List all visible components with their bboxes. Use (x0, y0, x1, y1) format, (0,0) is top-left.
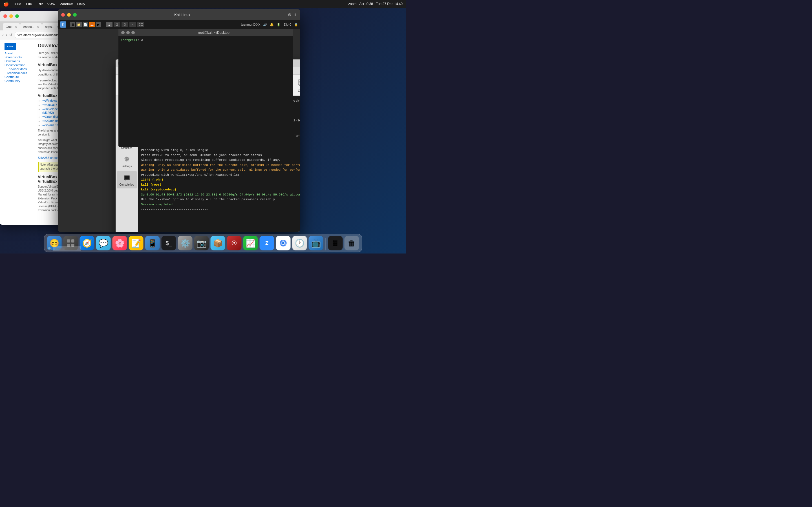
close-button[interactable] (3, 14, 7, 18)
volume-icon[interactable]: 🔊 (263, 23, 267, 26)
search-icon: 🔍 (48, 247, 52, 251)
screens-icon: 📺 (311, 238, 321, 248)
svg-point-53 (282, 242, 285, 244)
dock-parallels[interactable]: ⦿ (227, 236, 242, 250)
kali-menu-icon[interactable]: K (60, 21, 66, 27)
zoom-icon: Z (265, 240, 268, 246)
workspace-screen-icon[interactable] (137, 22, 144, 27)
genmon-label: (genmon)XXX (241, 23, 260, 26)
term-control-3[interactable] (132, 31, 135, 34)
firefox-icon[interactable]: 🦊 (89, 22, 95, 27)
notification-icon[interactable]: 🔔 (270, 23, 274, 26)
dock-ios-backup[interactable]: 📱 (145, 236, 160, 250)
sidebar-nav-community[interactable]: Community (4, 79, 36, 82)
terminal-controls (121, 31, 135, 34)
kali-close-button[interactable] (61, 13, 65, 17)
kali-minimize-button[interactable] (67, 13, 71, 17)
kali-maximize-button[interactable] (73, 13, 77, 17)
menu-edit[interactable]: Edit (36, 2, 43, 6)
dock-clock[interactable]: 🕐 (292, 236, 307, 250)
workspace-2[interactable]: 2 (114, 22, 120, 27)
copy-icon (296, 78, 300, 88)
tab-grok[interactable]: Grok ✕ (3, 23, 20, 31)
tab-close-aspect[interactable]: ✕ (37, 25, 39, 29)
sidebar-nav-downloads[interactable]: Downloads (4, 59, 36, 63)
sidebar-nav-contribute[interactable]: Contribute (4, 75, 36, 78)
console-line-13: Warning: Only 68 candidates buffered for… (141, 163, 300, 168)
terminal-icon[interactable]: ▶ (96, 22, 101, 27)
term-control-1[interactable] (121, 31, 124, 34)
console-line-17: kali (root) (141, 182, 300, 187)
sidebar-console-log[interactable]: Console log (117, 171, 137, 188)
dock-migrate[interactable]: 📦 (211, 236, 225, 250)
dock-trash[interactable]: 🗑 (345, 236, 359, 250)
tab-aspect[interactable]: Aspec... ✕ (20, 23, 42, 31)
svg-rect-46 (124, 176, 129, 179)
menubar-items: UTM File Edit View Window Help (13, 2, 85, 6)
dock-photos[interactable]: 🌸 (112, 236, 127, 250)
pause-icon[interactable]: ⏸ (294, 13, 297, 17)
workspace-4[interactable]: 4 (130, 22, 136, 27)
zoom-label: zoom (348, 2, 356, 6)
sidebar-nav-enduser[interactable]: End-user docs (4, 67, 36, 71)
svg-rect-30 (299, 82, 300, 82)
parallels-icon: ⦿ (232, 240, 237, 246)
sidebar-settings[interactable]: Settings (117, 153, 137, 170)
console-line-20: Use the "--show" option to display all o… (141, 197, 300, 202)
console-line-11: Press Ctrl-C to abort, or send SIGUSR1 t… (141, 153, 300, 158)
dock-safari[interactable]: 🧭 (80, 236, 94, 250)
dock-terminal[interactable]: $_ (161, 236, 176, 250)
workspace-1[interactable]: 1 (106, 22, 112, 27)
menu-help[interactable]: Help (77, 2, 85, 6)
messages-icon: 💬 (98, 238, 108, 248)
chrome-icon (280, 239, 287, 247)
menu-utm[interactable]: UTM (13, 2, 21, 6)
battery-icon: 🔋 (276, 23, 281, 26)
kali-tb-right: (genmon)XXX 🔊 🔔 🔋 23:40 🔒 (241, 23, 298, 26)
sidebar-nav-docs[interactable]: Documentation (4, 63, 36, 67)
workspace-3[interactable]: 3 (121, 22, 128, 27)
dock-chrome[interactable] (276, 236, 291, 250)
app-icons-bar: 🖥 📁 📄 🦊 ▶ (70, 22, 101, 27)
time-label: Tue 27 Dec 14.40 (376, 2, 403, 6)
tab-close-grok[interactable]: ✕ (15, 25, 17, 29)
dock-notes[interactable]: 📝 (129, 236, 144, 250)
maximize-button[interactable] (15, 14, 19, 18)
search-input[interactable] (53, 246, 81, 251)
dock-capture[interactable]: 📷 (194, 236, 209, 250)
term-control-2[interactable] (126, 31, 130, 34)
files-icon[interactable]: 🖥 (70, 22, 75, 27)
dock-screens[interactable]: 📺 (309, 236, 323, 250)
menu-file[interactable]: File (26, 2, 32, 6)
menu-view[interactable]: View (47, 2, 55, 6)
search-bar-container: 🔍 (48, 246, 81, 251)
dock-calculator[interactable]: 🖩 (328, 236, 343, 250)
console-line-22: ------------------------------------ (141, 207, 300, 212)
lock-icon[interactable]: 🔒 (294, 23, 298, 26)
back-button[interactable]: ‹ (2, 33, 4, 37)
safari-icon: 🧭 (82, 238, 92, 248)
terminal-title: root@kali: ~/Desktop (137, 31, 290, 35)
dock-zoom[interactable]: Z (260, 236, 274, 250)
menu-window[interactable]: Window (59, 2, 72, 6)
console-line-16: 12345 (john) (141, 177, 300, 182)
forward-button[interactable]: › (6, 33, 7, 37)
power-icon[interactable]: ⏻ (288, 13, 291, 17)
dock-messages[interactable]: 💬 (96, 236, 111, 250)
apple-menu[interactable]: 🍎 (3, 1, 9, 7)
svg-rect-48 (71, 239, 74, 242)
sidebar-nav-about[interactable]: About (4, 52, 36, 55)
console-line-12: Almost done: Processing the remaining bu… (141, 158, 300, 163)
console-line-10: Proceeding with single, rules:Single (141, 148, 300, 153)
minimize-button[interactable] (9, 14, 13, 18)
dock-activity[interactable]: 📈 (243, 236, 258, 250)
console-log-icon (123, 173, 131, 182)
dock-prefs[interactable]: ⚙️ (178, 236, 193, 250)
sidebar-nav-screenshots[interactable]: Screenshots (4, 55, 36, 59)
refresh-button[interactable]: ↺ (9, 33, 13, 37)
folder-icon[interactable]: 📁 (76, 22, 82, 27)
copy-label: Copy (298, 89, 300, 93)
file-icon[interactable]: 📄 (83, 22, 88, 27)
console-line-15: Proceeding with wordlist:/usr/share/john… (141, 173, 300, 177)
sidebar-nav-technical[interactable]: Technical docs (4, 71, 36, 75)
